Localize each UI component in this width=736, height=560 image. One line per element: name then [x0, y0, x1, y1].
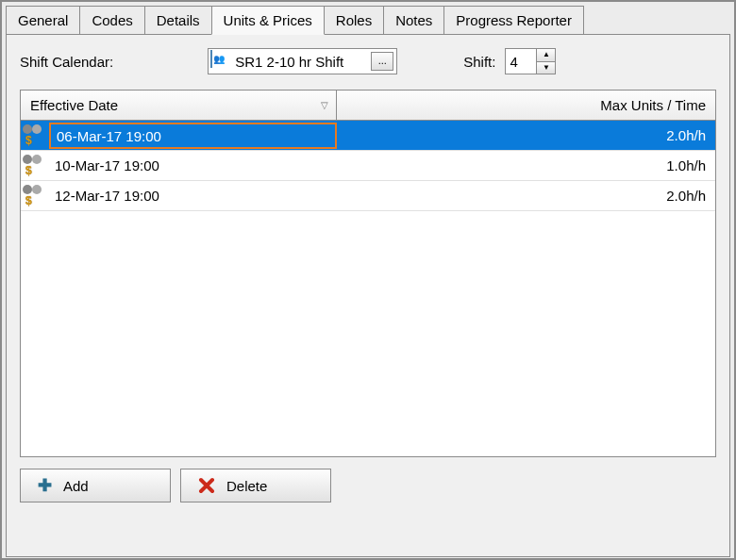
table-row[interactable]: $ 10-Mar-17 19:00 1.0h/h	[21, 151, 715, 181]
column-max-units[interactable]: Max Units / Time	[337, 91, 715, 120]
shift-decrement[interactable]: ▼	[537, 62, 555, 74]
add-button-label: Add	[63, 478, 89, 494]
shift-increment[interactable]: ▲	[537, 49, 555, 62]
shift-spinner[interactable]: 4 ▲ ▼	[505, 48, 556, 74]
shift-calendar-value: SR1 2-10 hr Shift	[235, 54, 367, 70]
effective-date-table: Effective Date ▽ Max Units / Time $ 06-M…	[20, 90, 716, 457]
shift-calendar-selector[interactable]: 👥 SR1 2-10 hr Shift ...	[208, 48, 397, 74]
tab-units-prices[interactable]: Units & Prices	[211, 6, 325, 35]
delete-button-label: Delete	[226, 478, 267, 494]
dialog-window: General Codes Details Units & Prices Rol…	[0, 0, 736, 560]
cell-effective-date[interactable]: 12-Mar-17 19:00	[49, 181, 337, 210]
table-row[interactable]: $ 06-Mar-17 19:00 2.0h/h	[21, 121, 715, 151]
tab-details[interactable]: Details	[144, 6, 212, 35]
shift-calendar-label: Shift Calendar:	[20, 54, 113, 70]
add-button[interactable]: ✚ Add	[20, 469, 171, 502]
tab-general[interactable]: General	[6, 6, 80, 35]
browse-button[interactable]: ...	[371, 52, 393, 71]
button-bar: ✚ Add Delete	[20, 469, 716, 502]
cell-effective-date[interactable]: 10-Mar-17 19:00	[49, 151, 337, 180]
tab-codes[interactable]: Codes	[79, 6, 144, 35]
tabs-bar: General Codes Details Units & Prices Rol…	[2, 2, 734, 35]
shift-label: Shift:	[463, 54, 495, 70]
plus-icon: ✚	[38, 477, 52, 494]
row-icon: $	[21, 151, 49, 180]
shift-value[interactable]: 4	[506, 49, 536, 74]
row-icon: $	[21, 121, 49, 150]
tab-panel: Shift Calendar: 👥 SR1 2-10 hr Shift ... …	[6, 34, 730, 557]
shift-controls-row: Shift Calendar: 👥 SR1 2-10 hr Shift ... …	[20, 48, 716, 74]
table-body: $ 06-Mar-17 19:00 2.0h/h $ 10-Mar-17 19:…	[21, 121, 715, 211]
table-row[interactable]: $ 12-Mar-17 19:00 2.0h/h	[21, 181, 715, 211]
cell-max-units: 2.0h/h	[337, 121, 715, 150]
cell-max-units: 2.0h/h	[337, 181, 715, 210]
cell-max-units: 1.0h/h	[337, 151, 715, 180]
cell-effective-date[interactable]: 06-Mar-17 19:00	[49, 123, 337, 149]
calendar-icon: 👥	[210, 51, 231, 72]
column-max-units-label: Max Units / Time	[600, 97, 706, 113]
table-header: Effective Date ▽ Max Units / Time	[21, 91, 715, 121]
tab-roles[interactable]: Roles	[324, 6, 384, 35]
sort-indicator-icon: ▽	[321, 100, 328, 110]
tab-notes[interactable]: Notes	[383, 6, 444, 35]
tab-progress-reporter[interactable]: Progress Reporter	[443, 6, 584, 35]
column-effective-date-label: Effective Date	[30, 97, 118, 113]
delete-button[interactable]: Delete	[180, 469, 331, 502]
row-icon: $	[21, 181, 49, 210]
delete-icon	[198, 477, 215, 494]
column-effective-date[interactable]: Effective Date ▽	[21, 91, 337, 120]
